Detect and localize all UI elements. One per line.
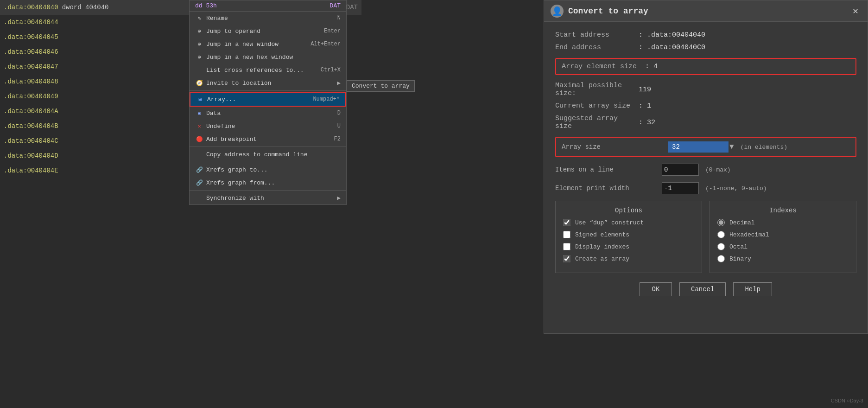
menu-label-jump-operand: Jump to operand xyxy=(206,28,260,35)
element-size-value: : 4 xyxy=(645,63,658,70)
create-as-array-checkbox[interactable] xyxy=(563,255,570,262)
invite-icon: 🧭 xyxy=(195,79,203,87)
menu-shortcut-undefine: U xyxy=(337,123,341,129)
help-button[interactable]: Help xyxy=(733,282,772,296)
end-address-row: End address : .data:004040C0 xyxy=(555,44,856,51)
signed-row: Signed elements xyxy=(563,231,694,238)
disasm-addr-4: .data:00404047 xyxy=(4,63,58,70)
menu-item-xref-list[interactable]: List cross references to... Ctrl+X xyxy=(190,64,346,76)
disasm-addr-1: .data:00404044 xyxy=(4,19,58,26)
menu-label-undefine: Undefine xyxy=(206,123,235,130)
jump-new-window-icon: ⊕ xyxy=(195,40,203,48)
disasm-addr-7: .data:0040404A xyxy=(4,108,58,115)
convert-dialog: 👤 Convert to array ✕ Start address : .da… xyxy=(544,0,868,334)
menu-item-breakpoint[interactable]: 🔴 Add breakpoint F2 xyxy=(190,133,346,146)
indexes-box: Indexes Decimal Hexadecimal Octal Binary xyxy=(710,201,856,273)
disasm-addr-10: .data:0040404D xyxy=(4,152,58,159)
menu-item-xref-to[interactable]: 🔗 Xrefs graph to... xyxy=(190,163,346,176)
breakpoint-icon: 🔴 xyxy=(195,135,203,143)
xref-list-icon xyxy=(195,66,203,74)
menu-item-data[interactable]: ▣ Data D xyxy=(190,107,346,120)
print-width-select-wrap: -1 0 1 2 4 (-1-none, 0-auto) xyxy=(662,182,767,194)
items-select[interactable]: 0 1 2 4 8 xyxy=(662,164,699,176)
menu-label-breakpoint: Add breakpoint xyxy=(206,136,257,143)
octal-radio[interactable] xyxy=(717,243,725,250)
hexadecimal-radio[interactable] xyxy=(717,231,725,238)
use-dup-row: Use “dup” construct xyxy=(563,219,694,226)
menu-item-jump-new-window[interactable]: ⊕ Jump in a new window Alt+Enter xyxy=(190,38,346,51)
decimal-radio[interactable] xyxy=(717,219,725,226)
copy-addr-icon xyxy=(195,150,203,159)
items-row: Items on a line 0 1 2 4 8 (0-max) xyxy=(555,164,856,176)
element-size-label: Array element size xyxy=(562,63,645,70)
dialog-body: Start address : .data:00404040 End addre… xyxy=(544,22,868,306)
menu-label-xref-from: Xrefs graph from... xyxy=(206,179,275,186)
cancel-button[interactable]: Cancel xyxy=(679,282,726,296)
context-menu-dat-label: DAT xyxy=(330,2,341,9)
rename-icon: ✎ xyxy=(195,14,203,22)
menu-shortcut-breakpoint: F2 xyxy=(334,136,341,142)
current-size-row: Current array size : 1 xyxy=(555,102,856,110)
menu-shortcut-jump-new-window: Alt+Enter xyxy=(310,41,341,47)
display-indexes-checkbox[interactable] xyxy=(563,243,570,250)
array-size-label: Array size xyxy=(562,143,668,151)
signed-label: Signed elements xyxy=(575,231,629,238)
menu-item-jump-operand[interactable]: ⊕ Jump to operand Enter xyxy=(190,25,346,38)
use-dup-label: Use “dup” construct xyxy=(575,219,644,226)
disasm-addr-2: .data:00404045 xyxy=(4,33,58,41)
menu-item-copy-addr[interactable]: Copy address to command line xyxy=(190,148,346,161)
menu-label-xref-list: List cross references to... xyxy=(206,67,304,74)
end-address-value: : .data:004040C0 xyxy=(639,44,705,51)
data-icon: ▣ xyxy=(195,109,203,117)
menu-label-array: Array... xyxy=(207,96,236,103)
sync-icon xyxy=(195,194,203,202)
element-size-box: Array element size : 4 xyxy=(555,58,856,75)
menu-item-jump-hex[interactable]: ⊕ Jump in a new hex window xyxy=(190,51,346,64)
menu-label-invite: Invite to location xyxy=(206,80,271,87)
separator-2 xyxy=(190,147,346,147)
menu-label-rename: Rename xyxy=(206,15,228,22)
context-menu: dd 53h DAT ✎ Rename N ⊕ Jump to operand … xyxy=(189,0,347,205)
element-size-row: Array element size : 4 xyxy=(562,63,850,70)
suggested-size-label: Suggested array size xyxy=(555,115,639,130)
menu-item-array[interactable]: ⊞ Array... Numpad+* xyxy=(190,92,346,107)
disasm-addr-11: .data:0040404E xyxy=(4,167,58,174)
start-address-row: Start address : .data:00404040 xyxy=(555,31,856,39)
decimal-row: Decimal xyxy=(717,219,849,226)
array-size-input[interactable] xyxy=(668,141,729,153)
menu-label-xref-to: Xrefs graph to... xyxy=(206,166,268,173)
menu-item-xref-from[interactable]: 🔗 Xrefs graph from... xyxy=(190,176,346,189)
ok-button[interactable]: OK xyxy=(640,282,672,296)
print-width-select[interactable]: -1 0 1 2 4 xyxy=(662,182,699,194)
menu-item-rename[interactable]: ✎ Rename N xyxy=(190,12,346,25)
menu-item-sync[interactable]: Synchronize with ▶ xyxy=(190,191,346,204)
disasm-label-0: dword_404040 xyxy=(62,4,109,11)
items-label: Items on a line xyxy=(555,166,662,173)
disasm-dat-0: DAT xyxy=(346,4,358,11)
context-menu-hex: dd 53h xyxy=(195,2,217,9)
menu-shortcut-rename: N xyxy=(337,15,341,21)
menu-item-undefine[interactable]: ✕ Undefine U xyxy=(190,120,346,133)
signed-checkbox[interactable] xyxy=(563,231,570,238)
disasm-addr-9: .data:0040404C xyxy=(4,137,58,145)
array-size-dropdown-arrow: ▼ xyxy=(729,143,734,151)
items-hint: (0-max) xyxy=(705,166,731,173)
create-as-array-label: Create as array xyxy=(575,255,629,262)
menu-item-invite[interactable]: 🧭 Invite to location ▶ xyxy=(190,76,346,89)
menu-shortcut-xref-list: Ctrl+X xyxy=(321,67,341,73)
convert-tooltip-text: Convert to array xyxy=(352,83,410,89)
use-dup-checkbox[interactable] xyxy=(563,219,570,226)
current-size-label: Current array size xyxy=(555,102,639,110)
xref-from-icon: 🔗 xyxy=(195,178,203,187)
convert-tooltip: Convert to array xyxy=(347,80,415,92)
watermark: CSDN ○Day-3 xyxy=(831,398,863,403)
indexes-title: Indexes xyxy=(717,207,849,214)
menu-shortcut-data: D xyxy=(337,110,341,116)
close-button[interactable]: ✕ xyxy=(850,4,861,18)
menu-shortcut-jump-operand: Enter xyxy=(324,28,341,34)
jump-operand-icon: ⊕ xyxy=(195,27,203,35)
menu-shortcut-array: Numpad+* xyxy=(313,96,340,102)
binary-radio[interactable] xyxy=(717,255,725,262)
print-width-hint: (-1-none, 0-auto) xyxy=(705,185,767,192)
display-indexes-row: Display indexes xyxy=(563,243,694,250)
